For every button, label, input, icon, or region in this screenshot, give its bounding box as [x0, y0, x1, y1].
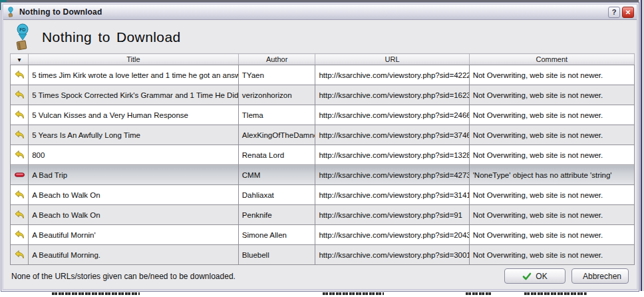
cell-author: Dahliaxat — [238, 185, 315, 205]
cell-url: http://ksarchive.com/viewstory.php?sid=1… — [315, 85, 469, 105]
cell-url: http://ksarchive.com/viewstory.php?sid=2… — [315, 225, 469, 245]
cell-url: http://ksarchive.com/viewstory.php?sid=9… — [315, 205, 469, 225]
ok-button-label: OK — [536, 272, 547, 281]
cell-title: 5 Vulcan Kisses and a Very Human Respons… — [29, 105, 239, 125]
app-icon — [6, 7, 15, 17]
cell-author: Renata Lord — [238, 145, 315, 165]
cell-comment: Not Overwriting, web site is not newer. — [469, 145, 634, 165]
check-icon — [522, 272, 532, 280]
background-window-border — [641, 0, 642, 297]
cell-comment: Not Overwriting, web site is not newer. — [469, 105, 634, 125]
stories-table: ▾ Title Author URL Comment 5 times Jim K… — [10, 53, 635, 265]
table-row[interactable]: 5 Times Spock Corrected Kirk's Grammar a… — [11, 85, 635, 105]
window-title: Nothing to Download — [19, 7, 606, 17]
cell-comment: Not Overwriting, web site is not newer. — [469, 85, 634, 105]
dialog-nothing-to-download: Nothing to Download ? ✕ FD Nothing to Do… — [1, 2, 639, 292]
table-row[interactable]: A Beautiful Mornin'Simone Allenhttp://ks… — [11, 225, 635, 245]
table-header-row: ▾ Title Author URL Comment — [11, 54, 635, 65]
cell-title: 5 times Jim Kirk wrote a love letter and… — [29, 65, 239, 85]
status-message: None of the URLs/stories given can be/ne… — [11, 272, 498, 281]
table-row[interactable]: 5 Vulcan Kisses and a Very Human Respons… — [11, 105, 635, 125]
undo-arrow-icon — [11, 125, 29, 145]
table-row[interactable]: 5 times Jim Kirk wrote a love letter and… — [11, 65, 635, 85]
cancel-button-label: Abbrechen — [583, 272, 621, 281]
cell-comment: Not Overwriting, web site is not newer. — [469, 65, 634, 85]
background-text-fragment — [52, 292, 140, 295]
cell-url: http://ksarchive.com/viewstory.php?sid=3… — [315, 185, 469, 205]
cell-comment: Not Overwriting, web site is not newer. — [469, 205, 634, 225]
cell-author: verizonhorizon — [238, 85, 315, 105]
help-button[interactable]: ? — [608, 7, 620, 18]
cell-author: TYaen — [238, 65, 315, 85]
cell-url: http://ksarchive.com/viewstory.php?sid=3… — [315, 125, 469, 145]
dialog-header: FD Nothing to Download — [3, 21, 637, 54]
undo-arrow-icon — [11, 105, 29, 125]
cell-url: http://ksarchive.com/viewstory.php?sid=2… — [315, 105, 469, 125]
cell-author: Penknife — [238, 205, 315, 225]
cell-url: http://ksarchive.com/viewstory.php?sid=3… — [315, 245, 469, 265]
column-header-title[interactable]: Title — [29, 54, 239, 65]
cell-title: A Beautiful Mornin' — [29, 225, 239, 245]
column-header-status[interactable]: ▾ — [11, 54, 29, 65]
background-window-text-strip — [0, 291, 644, 297]
table-row[interactable]: A Beach to Walk OnPenknifehttp://ksarchi… — [11, 205, 635, 225]
status-bar: None of the URLs/stories given can be/ne… — [3, 263, 637, 289]
cell-title: A Bad Trip — [29, 165, 239, 185]
background-text-fragment — [323, 292, 384, 295]
cell-title: 800 — [29, 145, 239, 165]
undo-arrow-icon — [11, 205, 29, 225]
undo-arrow-icon — [11, 225, 29, 245]
cell-author: Simone Allen — [238, 225, 315, 245]
cell-comment: Not Overwriting, web site is not newer. — [469, 225, 634, 245]
undo-arrow-icon — [11, 85, 29, 105]
column-header-url[interactable]: URL — [315, 54, 469, 65]
cell-author: Bluebell — [238, 245, 315, 265]
cell-title: A Beautiful Morning. — [29, 245, 239, 265]
undo-arrow-icon — [11, 245, 29, 265]
cancel-button[interactable]: Abbrechen — [571, 268, 629, 284]
table-row[interactable]: 800Renata Lordhttp://ksarchive.com/views… — [11, 145, 635, 165]
close-button[interactable]: ✕ — [622, 7, 634, 18]
ok-button[interactable]: OK — [504, 268, 565, 284]
table-row[interactable]: 5 Years Is An Awfully Long TimeAlexKingO… — [11, 125, 635, 145]
minus-red-icon — [11, 165, 29, 185]
cell-url: http://ksarchive.com/viewstory.php?sid=4… — [315, 165, 469, 185]
background-text-fragment — [466, 292, 491, 295]
undo-arrow-icon — [11, 65, 29, 85]
page-title: Nothing to Download — [42, 29, 181, 45]
sort-indicator-icon: ▾ — [18, 56, 21, 63]
undo-arrow-icon — [11, 185, 29, 205]
cell-title: A Beach to Walk On — [29, 185, 239, 205]
svg-text:FD: FD — [19, 27, 25, 32]
table-row[interactable]: A Bad TripCMMhttp://ksarchive.com/viewst… — [11, 165, 635, 185]
column-header-comment[interactable]: Comment — [469, 54, 634, 65]
downloader-icon: FD — [13, 23, 33, 51]
title-bar[interactable]: Nothing to Download ? ✕ — [3, 5, 637, 20]
cell-comment: Not Overwriting, web site is not newer. — [469, 125, 634, 145]
cell-title: A Beach to Walk On — [29, 205, 239, 225]
undo-arrow-icon — [11, 145, 29, 165]
cell-author: AlexKingOfTheDamned — [238, 125, 315, 145]
column-header-author[interactable]: Author — [238, 54, 315, 65]
table-row[interactable]: A Beach to Walk OnDahliaxathttp://ksarch… — [11, 185, 635, 205]
cell-comment: 'NoneType' object has no attribute 'stri… — [469, 165, 634, 185]
cell-title: 5 Years Is An Awfully Long Time — [29, 125, 239, 145]
cell-author: Tlema — [238, 105, 315, 125]
cell-comment: Not Overwriting, web site is not newer. — [469, 245, 634, 265]
cell-comment: Not Overwriting, web site is not newer. — [469, 185, 634, 205]
cell-url: http://ksarchive.com/viewstory.php?sid=4… — [315, 65, 469, 85]
table-row[interactable]: A Beautiful Morning.Bluebellhttp://ksarc… — [11, 245, 635, 265]
cell-author: CMM — [238, 165, 315, 185]
background-text-fragment — [524, 292, 587, 295]
cell-url: http://ksarchive.com/viewstory.php?sid=1… — [315, 145, 469, 165]
cell-title: 5 Times Spock Corrected Kirk's Grammar a… — [29, 85, 239, 105]
